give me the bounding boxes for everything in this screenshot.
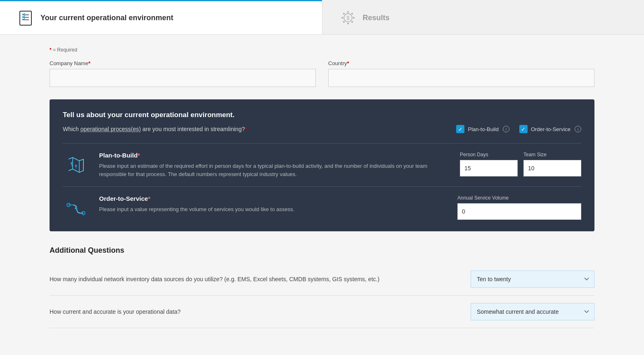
process-required: * xyxy=(245,126,247,132)
order-to-service-checkbox-item[interactable]: ✓ Order-to-Service i xyxy=(519,125,581,133)
additional-question-text-1: How many individual network inventory da… xyxy=(50,276,454,282)
additional-questions-section: Additional Questions How many individual… xyxy=(50,246,594,328)
order-to-service-info-icon[interactable]: i xyxy=(575,126,581,132)
svg-point-6 xyxy=(347,11,349,13)
annual-volume-group: Annual Service Volume xyxy=(457,195,581,220)
plan-to-build-checkbox[interactable]: ✓ xyxy=(456,125,464,133)
svg-point-16 xyxy=(71,162,73,165)
data-accuracy-dropdown[interactable]: Not current and accurate Somewhat curren… xyxy=(471,303,594,320)
step2-title: Results xyxy=(363,14,390,22)
additional-question-row-1: How many individual network inventory da… xyxy=(50,263,594,296)
annual-volume-input[interactable] xyxy=(457,203,581,220)
order-to-service-section: Order-to-Service* Please input a value r… xyxy=(63,195,581,220)
process-checkboxes: ✓ Plan-to-Build i ✓ Order-to-Service i xyxy=(456,125,581,133)
process-question-row: Which operational process(es) are you mo… xyxy=(63,125,581,133)
svg-rect-0 xyxy=(20,11,31,25)
person-days-group: Person Days xyxy=(460,152,518,176)
svg-point-12 xyxy=(343,21,345,23)
country-required: * xyxy=(347,60,349,66)
plan-to-build-info: Plan-to-Build* Please input an estimate … xyxy=(99,152,450,178)
country-field: Country* xyxy=(328,60,594,87)
order-to-service-desc: Please input a value representing the vo… xyxy=(99,205,447,214)
order-to-service-checkbox[interactable]: ✓ xyxy=(519,125,528,133)
person-days-label: Person Days xyxy=(460,152,518,158)
order-to-service-icon xyxy=(63,195,89,220)
svg-point-11 xyxy=(351,13,353,14)
country-label: Country* xyxy=(328,60,594,66)
plan-to-build-section: Plan-to-Build* Please input an estimate … xyxy=(63,152,581,178)
company-name-required: * xyxy=(88,60,90,66)
svg-point-10 xyxy=(343,13,345,14)
plan-to-build-inputs: Person Days Team Size xyxy=(460,152,581,176)
panel-divider-1 xyxy=(63,143,581,143)
operational-environment-panel: Tell us about your current operational e… xyxy=(50,99,594,231)
process-question-text: Which operational process(es) are you mo… xyxy=(63,126,247,132)
svg-point-9 xyxy=(353,17,355,19)
company-name-input[interactable] xyxy=(50,69,316,87)
step2-tab[interactable]: $ Results xyxy=(322,0,644,34)
plan-to-build-checkbox-label: Plan-to-Build xyxy=(468,126,498,132)
required-star: * xyxy=(50,47,52,53)
team-size-input[interactable] xyxy=(523,160,581,176)
order-to-service-info: Order-to-Service* Please input a value r… xyxy=(99,195,447,214)
step2-icon: $ xyxy=(339,9,357,27)
additional-heading: Additional Questions xyxy=(50,246,594,255)
svg-point-22 xyxy=(75,207,77,209)
plan-to-build-info-icon[interactable]: i xyxy=(503,126,509,132)
plan-to-build-desc: Please input an estimate of the required… xyxy=(99,162,450,178)
annual-volume-label: Annual Service Volume xyxy=(457,195,581,201)
step1-tab[interactable]: Your current operational environment xyxy=(0,0,322,34)
plan-to-build-name: Plan-to-Build* xyxy=(99,152,450,159)
step1-title: Your current operational environment xyxy=(40,14,173,22)
additional-question-text-2: How current and accurate is your operati… xyxy=(50,308,454,315)
svg-point-8 xyxy=(341,17,343,19)
required-note: * = Required xyxy=(50,47,594,53)
svg-point-18 xyxy=(75,165,77,167)
svg-point-13 xyxy=(351,21,353,23)
data-sources-dropdown[interactable]: One to five Five to ten Ten to twenty Tw… xyxy=(471,270,594,288)
additional-question-row-2: How current and accurate is your operati… xyxy=(50,296,594,328)
order-to-service-checkbox-label: Order-to-Service xyxy=(531,126,571,132)
panel-divider-2 xyxy=(63,186,581,187)
svg-point-7 xyxy=(347,23,349,24)
country-input[interactable] xyxy=(328,69,594,87)
order-to-service-name: Order-to-Service* xyxy=(99,195,447,202)
person-days-input[interactable] xyxy=(460,160,518,176)
main-content: * = Required Company Name* Country* Tell… xyxy=(25,35,619,341)
team-size-group: Team Size xyxy=(523,152,581,176)
step1-icon xyxy=(17,9,35,27)
panel-heading: Tell us about your current operational e… xyxy=(63,111,581,119)
company-country-row: Company Name* Country* xyxy=(50,60,594,87)
company-name-field: Company Name* xyxy=(50,60,316,87)
svg-text:$: $ xyxy=(346,15,349,21)
step-header: Your current operational environment $ R… xyxy=(0,0,644,35)
plan-to-build-checkbox-item[interactable]: ✓ Plan-to-Build i xyxy=(456,125,509,133)
plan-to-build-icon xyxy=(63,152,89,176)
team-size-label: Team Size xyxy=(523,152,581,158)
company-name-label: Company Name* xyxy=(50,60,316,66)
